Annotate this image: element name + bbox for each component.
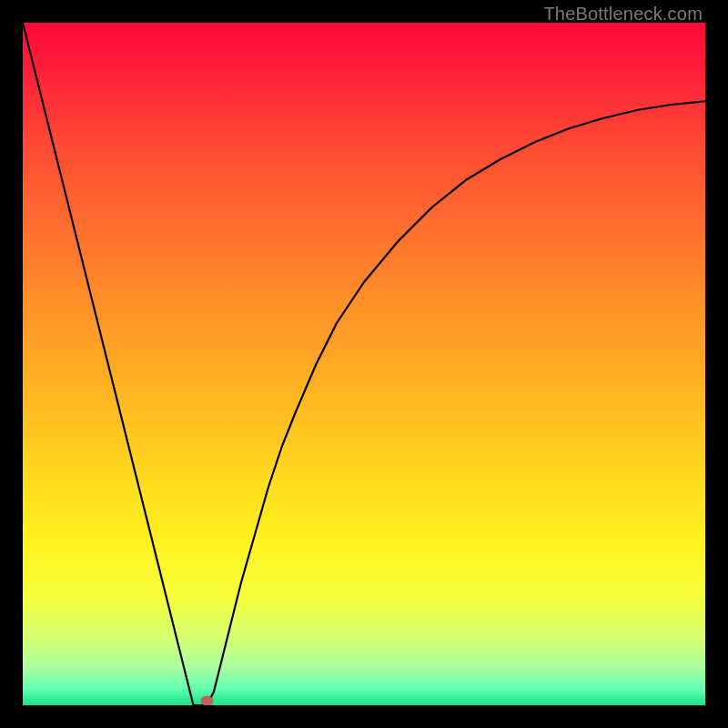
chart-border: [0, 0, 728, 728]
watermark-text: TheBottleneck.com: [543, 4, 703, 25]
